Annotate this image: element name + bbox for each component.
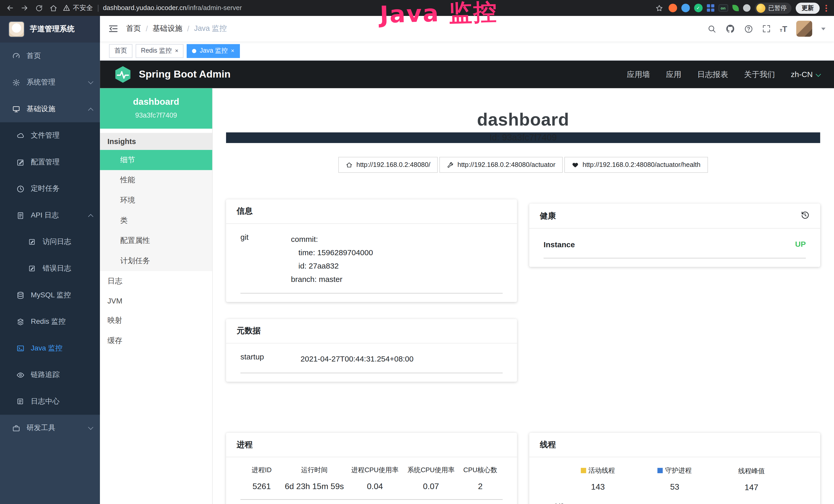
actuator-url-link[interactable]: http://192.168.0.2:48080/actuator <box>439 157 563 173</box>
extension-icon-blue-pin[interactable] <box>681 4 690 12</box>
sidebar-item-log-center[interactable]: 日志中心 <box>0 388 100 415</box>
close-icon[interactable]: × <box>175 48 178 54</box>
sidebar-item-home[interactable]: 首页 <box>0 43 100 69</box>
sidebar-item-mysql-monitor[interactable]: MySQL 监控 <box>0 282 100 308</box>
info-card-title: 信息 <box>226 200 517 224</box>
menu-item-beans[interactable]: 类 <box>100 210 212 231</box>
extension-icon-puppet[interactable] <box>743 4 750 12</box>
tab-redis-monitor[interactable]: Redis 监控 × <box>136 44 184 58</box>
tab-java-monitor[interactable]: Java 监控 × <box>187 44 240 58</box>
url-path: /infra/admin-server <box>186 4 242 12</box>
sidebar-item-error-logs[interactable]: 错误日志 <box>0 255 100 282</box>
chevron-down-icon <box>88 425 93 430</box>
info-key: git <box>240 233 291 286</box>
menu-item-jvm[interactable]: JVM <box>100 292 212 311</box>
menu-item-mappings[interactable]: 映射 <box>100 311 212 331</box>
toolbox-icon <box>12 423 20 432</box>
info-value: commit: time: 1596289704000 id: 27aa832 … <box>291 233 373 286</box>
menu-section-insights: Insights <box>100 133 212 150</box>
profile-paused-badge: 已暂停 <box>768 4 787 12</box>
extension-icon-orange[interactable] <box>668 4 677 12</box>
sidebar-item-file-management[interactable]: 文件管理 <box>0 122 100 149</box>
extension-icon-green-check[interactable]: ✓ <box>694 4 702 12</box>
log-icon <box>16 397 24 406</box>
sidebar-item-infrastructure[interactable]: 基础设施 <box>0 96 100 122</box>
help-icon[interactable] <box>744 24 753 33</box>
tab-home[interactable]: 首页 <box>109 44 133 58</box>
warning-icon <box>63 4 70 12</box>
active-tab-dot <box>192 48 197 53</box>
sidebar-item-tracing[interactable]: 链路追踪 <box>0 362 100 388</box>
close-icon[interactable]: × <box>231 48 234 54</box>
security-label: 不安全 <box>73 3 93 12</box>
cards-row-1: 信息 git commit: time: 1596289704000 <box>226 200 820 399</box>
legend-live-threads: 活动线程 143 <box>559 466 636 492</box>
metadata-value: 2021-04-27T00:44:31.254+08:00 <box>301 352 414 366</box>
menu-item-metrics[interactable]: 性能 <box>100 170 212 190</box>
metadata-key: startup <box>240 352 301 366</box>
threads-chart: 140 120 100 <box>552 501 794 504</box>
extension-icon-grid[interactable] <box>707 4 714 12</box>
menu-item-config-props[interactable]: 配置属性 <box>100 231 212 251</box>
back-icon[interactable] <box>5 3 15 13</box>
reload-icon[interactable] <box>34 3 44 13</box>
menu-item-caches[interactable]: 缓存 <box>100 331 212 351</box>
profile-chip[interactable]: 已暂停 <box>754 2 791 13</box>
instance-name: dashboard <box>104 97 208 107</box>
menu-item-details[interactable]: 细节 <box>100 150 212 170</box>
bookmark-star-icon[interactable] <box>655 3 664 13</box>
sidebar-item-system-management[interactable]: 系统管理 <box>0 69 100 96</box>
font-size-icon[interactable]: тT <box>780 24 787 33</box>
sidebar-item-java-monitor[interactable]: Java 监控 <box>0 335 100 362</box>
chevron-up-icon <box>88 214 93 219</box>
user-avatar[interactable] <box>796 21 812 37</box>
sidebar-item-dev-tools[interactable]: 研发工具 <box>0 415 100 441</box>
github-icon[interactable] <box>725 24 735 33</box>
sidebar-item-api-logs[interactable]: API 日志 <box>0 202 100 229</box>
browser-menu-icon[interactable] <box>824 5 829 12</box>
menu-item-logs[interactable]: 日志 <box>100 271 212 292</box>
avatar-caret-icon[interactable] <box>821 27 826 30</box>
sba-content: dashboard Id: 93a3fc7f7409 http://192.16… <box>213 88 834 504</box>
service-url-link[interactable]: http://192.168.0.2:48080/ <box>338 157 438 173</box>
instance-hero: dashboard Id: 93a3fc7f7409 http://192.16… <box>226 88 820 173</box>
y-tick: 140 <box>552 501 568 504</box>
health-instance-label[interactable]: Instance <box>544 240 575 249</box>
security-chip[interactable]: 不安全 <box>63 3 93 12</box>
app-sidebar: 芋道管理系统 首页 系统管理 基础设施 <box>0 16 100 504</box>
cards-row-2: 进程 进程ID 5261 <box>226 433 820 504</box>
cards-col-right-2: 线程 活动线程 143 <box>529 433 820 504</box>
app-logo-row[interactable]: 芋道管理系统 <box>0 16 100 43</box>
breadcrumb-infrastructure[interactable]: 基础设施 <box>153 24 182 33</box>
fullscreen-icon[interactable] <box>762 24 771 33</box>
screen: 不安全 dashboard.yudao.iocoder.cn/infra/adm… <box>0 0 834 504</box>
update-button[interactable]: 更新 <box>796 2 820 13</box>
sidebar-item-redis-monitor[interactable]: Redis 监控 <box>0 308 100 335</box>
sba-nav: 应用墙 应用 日志报表 关于我们 zh-CN <box>627 69 820 79</box>
info-row-git: git commit: time: 1596289704000 id: 27aa… <box>240 225 503 294</box>
sidebar-item-scheduled-tasks[interactable]: 定时任务 <box>0 175 100 202</box>
leaf-extension-icon[interactable] <box>732 5 739 11</box>
home-icon[interactable] <box>48 3 58 13</box>
extension-icon-on-badge[interactable]: on <box>719 4 728 12</box>
history-icon[interactable] <box>800 210 810 221</box>
instance-header[interactable]: dashboard 93a3fc7f7409 <box>100 88 212 129</box>
sba-nav-about[interactable]: 关于我们 <box>744 69 775 79</box>
address-bar[interactable]: dashboard.yudao.iocoder.cn/infra/admin-s… <box>103 4 242 12</box>
sidebar-item-config-management[interactable]: 配置管理 <box>0 149 100 176</box>
menu-item-scheduled-tasks[interactable]: 计划任务 <box>100 251 212 271</box>
hamburger-fold-icon[interactable] <box>108 24 118 33</box>
locale-select[interactable]: zh-CN <box>791 70 820 78</box>
health-url-link[interactable]: http://192.168.0.2:48080/actuator/health <box>565 157 708 173</box>
sba-nav-wallboard[interactable]: 应用墙 <box>627 69 650 79</box>
process-card-title: 进程 <box>226 433 517 457</box>
search-icon[interactable] <box>707 24 716 33</box>
breadcrumb-home[interactable]: 首页 <box>126 24 141 33</box>
forward-icon[interactable] <box>20 3 29 13</box>
threads-chart-plot <box>568 501 794 504</box>
sba-nav-applications[interactable]: 应用 <box>666 69 681 79</box>
sba-nav-journal[interactable]: 日志报表 <box>697 69 728 79</box>
sidebar-item-access-logs[interactable]: 访问日志 <box>0 229 100 255</box>
menu-item-environment[interactable]: 环境 <box>100 190 212 210</box>
main-column: 首页 / 基础设施 / Java 监控 тT <box>100 16 834 504</box>
